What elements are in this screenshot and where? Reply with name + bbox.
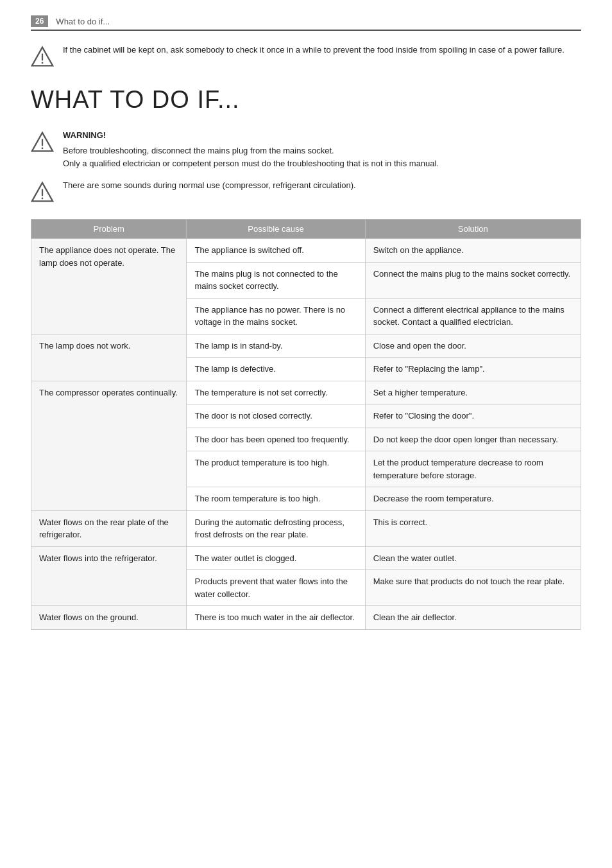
table-row: Water flows on the rear plate of the ref… xyxy=(31,510,581,546)
cause-cell: The mains plug is not connected to the m… xyxy=(187,262,365,298)
cause-cell: During the automatic defrosting process,… xyxy=(187,510,365,546)
col-header-problem: Problem xyxy=(31,220,187,239)
problem-cell: Water flows on the rear plate of the ref… xyxy=(31,510,187,546)
solution-cell: Decrease the room temperature. xyxy=(365,487,581,511)
problem-cell: The compressor operates continually. xyxy=(31,381,187,510)
col-header-solution: Solution xyxy=(365,220,581,239)
svg-point-2 xyxy=(42,62,44,64)
table-row: The compressor operates continually.The … xyxy=(31,381,581,404)
table-row: The appliance does not operate. The lamp… xyxy=(31,239,581,263)
cause-cell: The lamp is in stand-by. xyxy=(187,334,365,358)
top-note: If the cabinet will be kept on, ask some… xyxy=(31,44,581,68)
cause-cell: The appliance has no power. There is no … xyxy=(187,298,365,334)
cause-cell: The water outlet is clogged. xyxy=(187,546,365,570)
sound-note-icon xyxy=(31,180,54,204)
header-title: What to do if... xyxy=(56,17,110,26)
solution-cell: Set a higher temperature. xyxy=(365,381,581,404)
warning-line-1: Before troubleshooting, disconnect the m… xyxy=(63,144,439,157)
solution-cell: This is correct. xyxy=(365,510,581,546)
solution-cell: Connect the mains plug to the mains sock… xyxy=(365,262,581,298)
cause-cell: The door has been opened too frequently. xyxy=(187,428,365,451)
solution-cell: Connect a different electrical appliance… xyxy=(365,298,581,334)
table-row: The lamp does not work.The lamp is in st… xyxy=(31,334,581,358)
trouble-table: Problem Possible cause Solution The appl… xyxy=(31,219,581,630)
solution-cell: Close and open the door. xyxy=(365,334,581,358)
col-header-cause: Possible cause xyxy=(187,220,365,239)
cause-cell: Products prevent that water flows into t… xyxy=(187,570,365,606)
warning-label: WARNING! xyxy=(63,129,439,142)
cause-cell: The appliance is switched off. xyxy=(187,239,365,263)
sound-note: There are some sounds during normal use … xyxy=(31,179,581,204)
problem-cell: The appliance does not operate. The lamp… xyxy=(31,239,187,334)
cause-cell: The door is not closed correctly. xyxy=(187,404,365,428)
solution-cell: Refer to "Closing the door". xyxy=(365,404,581,428)
warning-block-content: WARNING! Before troubleshooting, disconn… xyxy=(63,129,439,170)
page-number: 26 xyxy=(31,15,48,27)
section-heading: WHAT TO DO IF... xyxy=(31,86,581,114)
cause-cell: The temperature is not set correctly. xyxy=(187,381,365,404)
problem-cell: Water flows into the refrigerator. xyxy=(31,546,187,606)
solution-cell: Clean the water outlet. xyxy=(365,546,581,570)
solution-cell: Let the product temperature decrease to … xyxy=(365,451,581,487)
solution-cell: Switch on the appliance. xyxy=(365,239,581,263)
top-note-text: If the cabinet will be kept on, ask some… xyxy=(63,44,565,56)
table-row: Water flows on the ground.There is too m… xyxy=(31,606,581,630)
cause-cell: The product temperature is too high. xyxy=(187,451,365,487)
warning-block-icon xyxy=(31,130,54,153)
page: 26 What to do if... If the cabinet will … xyxy=(0,0,612,868)
cause-cell: There is too much water in the air defle… xyxy=(187,606,365,630)
svg-point-5 xyxy=(42,148,44,150)
problem-cell: Water flows on the ground. xyxy=(31,606,187,630)
cause-cell: The lamp is defective. xyxy=(187,358,365,381)
solution-cell: Do not keep the door open longer than ne… xyxy=(365,428,581,451)
table-row: Water flows into the refrigerator.The wa… xyxy=(31,546,581,570)
svg-point-8 xyxy=(42,198,44,200)
header-bar: 26 What to do if... xyxy=(31,15,581,31)
solution-cell: Clean the air deflector. xyxy=(365,606,581,630)
problem-cell: The lamp does not work. xyxy=(31,334,187,381)
sound-note-text: There are some sounds during normal use … xyxy=(63,179,356,192)
solution-cell: Make sure that products do not touch the… xyxy=(365,570,581,606)
warning-line-2: Only a qualified electrician or competen… xyxy=(63,157,439,170)
solution-cell: Refer to "Replacing the lamp". xyxy=(365,358,581,381)
warning-block: WARNING! Before troubleshooting, disconn… xyxy=(31,129,581,170)
cause-cell: The room temperature is too high. xyxy=(187,487,365,511)
warning-icon xyxy=(31,45,54,68)
